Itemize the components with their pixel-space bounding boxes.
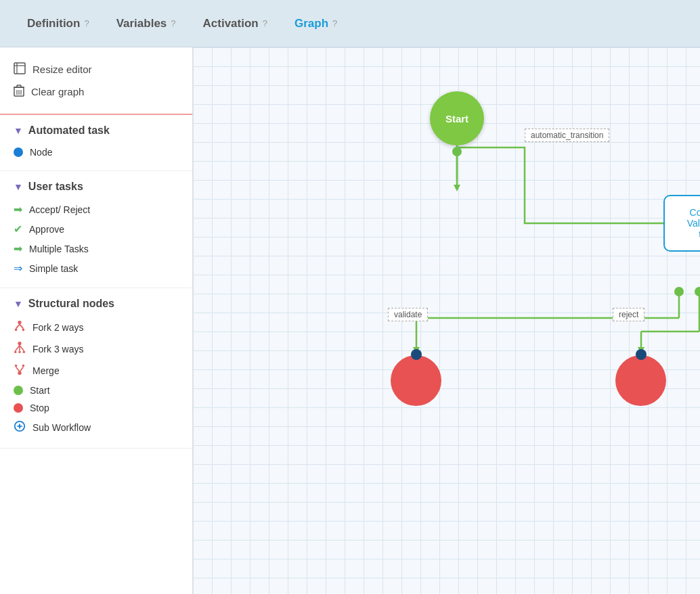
list-item[interactable]: Fork 2 ways — [14, 317, 179, 338]
start-node-label: Start — [445, 113, 468, 124]
fork2-label: Fork 2 ways — [32, 322, 83, 333]
tab-definition[interactable]: Definition ? — [14, 10, 103, 37]
svg-rect-0 — [14, 63, 25, 74]
svg-line-17 — [16, 345, 20, 350]
svg-point-27 — [18, 371, 21, 375]
fork3-label: Fork 3 ways — [32, 344, 83, 355]
simple-task-label: Simple task — [29, 263, 78, 274]
list-item[interactable]: Sub Workflow — [14, 417, 179, 438]
svg-line-12 — [16, 324, 20, 328]
section-structural-nodes: ▼ Structural nodes Fork 2 ways Fork 3 wa… — [0, 288, 192, 449]
tab-bar: Definition ? Variables ? Activation ? Gr… — [0, 0, 700, 47]
node-label: Node — [30, 147, 52, 158]
list-item[interactable]: Stop — [14, 399, 179, 417]
resize-editor-label: Resize editor — [32, 64, 92, 75]
chevron-down-icon: ▼ — [14, 298, 23, 309]
connection-dot-stop-left-top — [411, 349, 422, 360]
multiple-tasks-label: Multiple Tasks — [29, 244, 89, 254]
list-item[interactable]: Node — [14, 143, 179, 161]
connection-dot-start-bottom — [452, 147, 462, 156]
section-automated-task: ▼ Automated task Node — [0, 115, 192, 171]
edge-label-auto-transition: automatic_transition — [525, 129, 609, 142]
svg-point-21 — [18, 351, 21, 354]
main-content: Resize editor Clear graph — [0, 47, 700, 594]
tab-activation[interactable]: Activation ? — [190, 10, 281, 37]
edge-label-validate: validate — [388, 308, 428, 321]
svg-marker-34 — [454, 185, 460, 191]
section-structural-nodes-title: Structural nodes — [28, 298, 114, 310]
tab-graph-help: ? — [332, 18, 337, 28]
tab-activation-help: ? — [263, 18, 267, 28]
connection-dot-task-bottom-left — [674, 287, 684, 296]
svg-point-22 — [23, 351, 26, 354]
svg-line-25 — [16, 367, 20, 371]
dot-blue-icon — [14, 147, 23, 157]
svg-line-19 — [20, 345, 24, 350]
clear-graph-button[interactable]: Clear graph — [14, 81, 179, 103]
fork2-icon — [14, 320, 26, 335]
section-user-tasks: ▼ User tasks ➡ Accept/ Reject ✔ Approve … — [0, 171, 192, 288]
svg-point-20 — [14, 351, 17, 354]
svg-point-23 — [15, 365, 18, 367]
section-user-tasks-title: User tasks — [28, 181, 83, 193]
list-item[interactable]: Fork 3 ways — [14, 338, 179, 360]
clear-graph-label: Clear graph — [31, 86, 84, 97]
tab-variables[interactable]: Variables ? — [103, 10, 190, 37]
merge-label: Merge — [32, 365, 60, 376]
stop-node-left[interactable] — [391, 355, 441, 406]
approve-label: Approve — [29, 224, 64, 235]
tab-variables-help: ? — [171, 18, 175, 28]
svg-point-16 — [18, 342, 21, 345]
connection-dot-stop-right-top — [636, 349, 647, 360]
edge-label-reject: reject — [613, 308, 644, 321]
section-structural-nodes-header[interactable]: ▼ Structural nodes — [14, 298, 179, 310]
svg-point-24 — [22, 365, 25, 367]
section-automated-task-title: Automated task — [28, 124, 110, 137]
list-item[interactable]: ✔ Approve — [14, 219, 179, 239]
list-item[interactable]: ➡ Accept/ Reject — [14, 200, 179, 219]
tab-variables-label: Variables — [116, 17, 167, 30]
graph-canvas[interactable]: Start automatic_transition ContractValid… — [193, 47, 700, 594]
list-item[interactable]: Merge — [14, 360, 179, 382]
chevron-down-icon: ▼ — [14, 181, 23, 192]
tab-graph[interactable]: Graph ? — [281, 10, 351, 37]
trash-icon — [14, 85, 24, 99]
accept-icon: ➡ — [14, 203, 22, 216]
sidebar-toolbar: Resize editor Clear graph — [0, 47, 192, 115]
resize-editor-button[interactable]: Resize editor — [14, 58, 179, 81]
chevron-down-icon: ▼ — [14, 125, 23, 136]
stop-node-right[interactable] — [615, 355, 666, 406]
connection-dot-task-bottom-right — [695, 287, 700, 296]
accept-reject-label: Accept/ Reject — [29, 204, 90, 215]
svg-line-26 — [20, 367, 23, 371]
start-label: Start — [30, 385, 50, 396]
merge-icon — [14, 363, 26, 378]
sub-workflow-label: Sub Workflow — [32, 422, 91, 433]
section-user-tasks-header[interactable]: ▼ User tasks — [14, 181, 179, 193]
simple-icon: ⇒ — [14, 262, 22, 275]
start-icon — [14, 386, 23, 395]
sidebar: Resize editor Clear graph — [0, 47, 193, 594]
list-item[interactable]: Start — [14, 382, 179, 399]
stop-label: Stop — [30, 403, 49, 413]
list-item[interactable]: ➡ Multiple Tasks — [14, 239, 179, 258]
tab-graph-label: Graph — [294, 17, 328, 30]
contract-validation-task[interactable]: ContractValidationtask — [663, 195, 700, 252]
tab-definition-label: Definition — [27, 17, 80, 30]
svg-point-14 — [15, 329, 18, 332]
resize-icon — [14, 62, 26, 76]
tab-activation-label: Activation — [203, 17, 259, 30]
svg-point-11 — [18, 321, 21, 324]
contract-task-label: ContractValidationtask — [687, 207, 700, 239]
list-item[interactable]: ⇒ Simple task — [14, 258, 179, 278]
tab-definition-help: ? — [84, 18, 89, 28]
stop-icon — [14, 403, 23, 413]
approve-icon: ✔ — [14, 223, 22, 235]
start-node[interactable]: Start — [430, 91, 484, 145]
fork3-icon — [14, 342, 26, 357]
svg-line-13 — [20, 324, 23, 328]
multi-icon: ➡ — [14, 242, 22, 255]
sub-icon — [14, 420, 26, 435]
section-automated-task-header[interactable]: ▼ Automated task — [14, 124, 179, 137]
svg-point-15 — [22, 329, 25, 332]
